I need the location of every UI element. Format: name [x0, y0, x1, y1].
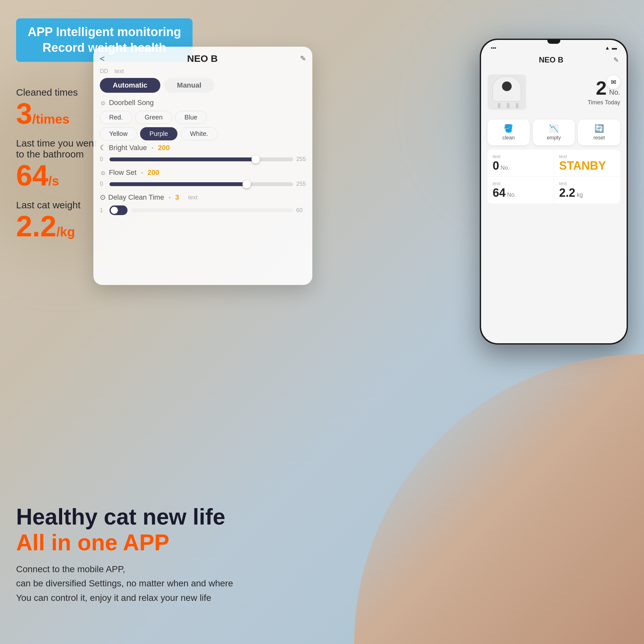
- tablet-title: NEO B: [187, 53, 218, 64]
- delay-slider-row: 1 60: [100, 205, 306, 215]
- stat-cell-3: text 2.2 kg: [554, 177, 620, 204]
- cleaned-value: 3: [16, 98, 32, 130]
- weight-value: 2.2: [16, 210, 56, 242]
- color-btn-group: Red. Green Blue: [100, 111, 306, 124]
- color-green[interactable]: Green: [135, 111, 172, 124]
- phone-notch: [547, 40, 560, 44]
- litter-box-legs: [495, 103, 518, 108]
- flow-min: 0: [100, 181, 106, 187]
- flow-icon: ☼: [100, 168, 106, 177]
- times-no-label: No.: [609, 88, 620, 97]
- empty-action-btn[interactable]: 📉 empty: [533, 119, 575, 145]
- cleaned-label: Cleaned times: [16, 87, 97, 98]
- color-btn-group-2: Yellow Purple White.: [100, 127, 306, 140]
- clean-label: clean: [502, 135, 515, 141]
- bright-icon: ☾: [100, 144, 106, 152]
- bottom-title: Healthy cat new life: [16, 504, 233, 530]
- litter-box-illustration: [492, 76, 521, 108]
- tablet-header: < NEO B ✎: [100, 53, 306, 64]
- bright-slider-row: 0 255: [100, 156, 306, 163]
- color-yellow[interactable]: Yellow: [100, 127, 137, 140]
- tablet-row-label: DD text: [100, 68, 306, 75]
- cleaned-value-row: 3/times: [16, 99, 97, 128]
- bathroom-unit: /s: [48, 174, 59, 188]
- clean-icon: 🪣: [504, 124, 513, 133]
- stat-label-0: text: [493, 154, 549, 159]
- bathroom-value: 64: [16, 159, 48, 192]
- stat-cell-1: text STANBY: [554, 150, 620, 176]
- flow-slider[interactable]: [109, 182, 293, 186]
- phone-mockup: ▪▪▪ ▲ ▬ NEO B ✎ ✉: [480, 39, 628, 345]
- flow-max: 255: [296, 181, 306, 187]
- stat-value-2: 64: [493, 186, 506, 199]
- stat-unit-0: No.: [500, 165, 509, 171]
- doorbell-icon: ☼: [100, 99, 106, 107]
- flow-section: ☼ Flow Set · 200: [100, 168, 306, 177]
- bottom-text-section: Healthy cat new life All in one APP Conn…: [16, 504, 233, 605]
- manual-button[interactable]: Manual: [164, 78, 214, 93]
- phone-actions-row: 🪣 clean 📉 empty 🔄 reset: [481, 115, 627, 150]
- clean-action-btn[interactable]: 🪣 clean: [488, 119, 530, 145]
- reset-icon: 🔄: [594, 124, 604, 133]
- stat-value-3: 2.2: [559, 186, 575, 199]
- bright-slider[interactable]: [109, 157, 293, 161]
- stat-unit-3: kg: [577, 192, 583, 198]
- wifi-icon: ▲: [605, 45, 610, 51]
- delay-icon: ⊙: [100, 193, 106, 202]
- delay-min: 1: [100, 207, 106, 214]
- bright-min: 0: [100, 156, 106, 163]
- stat-unit-2: No.: [507, 192, 516, 198]
- bottom-description: Connect to the mobile APP, can be divers…: [16, 562, 233, 605]
- tablet-back-button[interactable]: <: [100, 54, 105, 64]
- bright-section: ☾ Bright Value · 200: [100, 144, 306, 152]
- cleaned-unit: /times: [32, 112, 70, 126]
- stat-cell-0: text 0 No.: [488, 150, 554, 176]
- stat-label-1: text: [559, 154, 615, 159]
- phone-title: NEO B: [539, 55, 563, 64]
- phone-edit-icon[interactable]: ✎: [613, 56, 619, 64]
- left-stats-panel: Cleaned times 3/times Last time you went…: [16, 77, 97, 241]
- stat-label-2: text: [493, 181, 549, 186]
- stat-value-1: STANBY: [559, 159, 615, 173]
- product-image: [488, 74, 526, 110]
- mode-toggle-group: Automatic Manual: [100, 78, 306, 93]
- weight-unit: /kg: [56, 225, 75, 239]
- phone-screen: ▪▪▪ ▲ ▬ NEO B ✎ ✉: [481, 40, 627, 343]
- bottom-subtitle: All in one APP: [16, 530, 233, 556]
- signal-icon: ▪▪▪: [491, 45, 496, 51]
- reset-action-btn[interactable]: 🔄 reset: [578, 119, 620, 145]
- bathroom-value-row: 64/s: [16, 161, 97, 190]
- battery-icon: ▬: [612, 45, 617, 51]
- times-today-num: 2: [596, 79, 606, 98]
- stat-value-row-0: 0 No.: [493, 159, 549, 173]
- color-purple[interactable]: Purple: [140, 127, 177, 140]
- status-icons: ▲ ▬: [605, 45, 617, 51]
- delay-section: ⊙ Delay Clean Time · 3 text: [100, 193, 306, 202]
- tablet-mockup: < NEO B ✎ DD text Automatic Manual ☼ Doo…: [93, 47, 312, 285]
- automatic-button[interactable]: Automatic: [100, 78, 160, 93]
- mail-button[interactable]: ✉: [607, 75, 620, 89]
- times-today-sub: Times Today: [529, 99, 620, 106]
- bathroom-label: Last time you wentto the bathroom: [16, 138, 97, 160]
- delay-control-row: [109, 205, 293, 215]
- color-white[interactable]: White.: [181, 127, 218, 140]
- color-blue[interactable]: Blue: [175, 111, 207, 124]
- stat-value-0: 0: [493, 159, 499, 172]
- tablet-edit-icon[interactable]: ✎: [300, 54, 306, 63]
- empty-icon: 📉: [549, 124, 559, 133]
- stat-cell-2: text 64 No.: [488, 177, 554, 204]
- weight-label: Last cat weight: [16, 200, 97, 211]
- color-red[interactable]: Red.: [100, 111, 132, 124]
- phone-product-row: 2 No. Times Today: [481, 69, 627, 115]
- hand-overlay: [354, 354, 644, 644]
- phone-header: NEO B ✎: [481, 53, 627, 69]
- delay-max: 60: [296, 207, 306, 214]
- empty-label: empty: [547, 135, 561, 141]
- reset-label: reset: [593, 135, 605, 141]
- stat-value-row-2: 64 No.: [493, 186, 549, 200]
- stat-label-3: text: [559, 181, 615, 186]
- litter-box-body: [492, 76, 521, 102]
- delay-slider[interactable]: [131, 208, 293, 212]
- delay-toggle[interactable]: [109, 205, 128, 215]
- bright-max: 255: [296, 156, 306, 163]
